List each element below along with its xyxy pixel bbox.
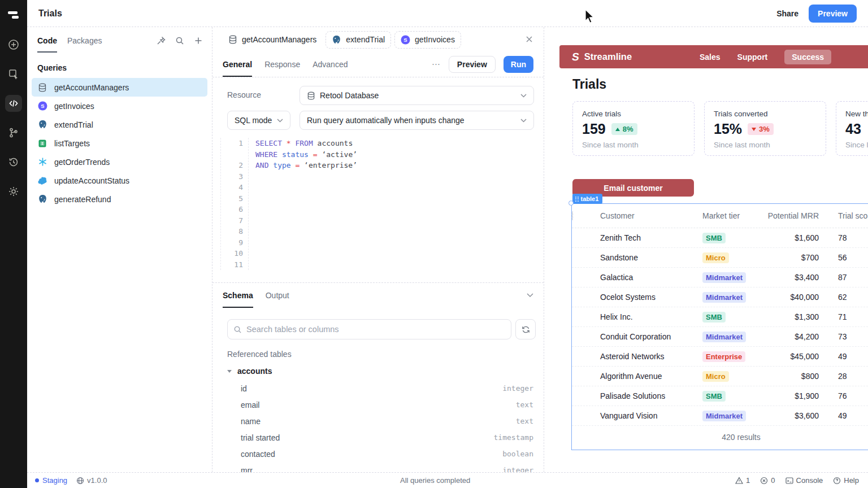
table-row[interactable]: SandstoneMicro$70056 (572, 248, 868, 268)
collapse-chevron-icon[interactable] (527, 293, 533, 298)
retool-logo[interactable] (5, 7, 22, 24)
query-item-updateAccountStatus[interactable]: updateAccountStatus (32, 171, 207, 190)
delta-value: 3% (759, 125, 770, 133)
autorun-value: Run query automatically when inputs chan… (307, 116, 465, 125)
database-icon (228, 35, 237, 44)
chevron-down-icon (277, 119, 283, 123)
tier-badge: Midmarket (702, 272, 746, 283)
query-list: getAccountManagersSgetInvoicesextendTria… (27, 78, 212, 208)
table-header-row: CustomerMarket tierPotential MRRTrial sc… (572, 204, 868, 228)
table-header-cell[interactable]: Customer (599, 211, 702, 220)
error-icon (760, 477, 768, 485)
schema-search[interactable] (227, 319, 511, 339)
console-button[interactable]: Console (785, 476, 823, 485)
table-row[interactable]: Vanguard VisionMidmarket$3,60049 (572, 406, 868, 426)
schema-search-input[interactable] (246, 325, 505, 334)
table-row[interactable]: Asteroid NetworksEnterprise$45,00049 (572, 347, 868, 367)
query-item-getInvoices[interactable]: SgetInvoices (32, 97, 207, 115)
score-cell: 71 (821, 312, 868, 321)
customer-cell: Galactica (599, 273, 702, 282)
table-row[interactable]: Helix Inc.SMB$1,30071 (572, 307, 868, 327)
table-header-cell[interactable]: Potential MRR (766, 211, 821, 220)
nav-item-support[interactable]: Support (737, 53, 768, 62)
table-header-cell[interactable]: Market tier (702, 211, 766, 220)
table-row[interactable]: Palisade SolutionsSMB$1,90076 (572, 386, 868, 406)
add-icon[interactable] (5, 36, 22, 53)
close-icon[interactable] (525, 35, 533, 43)
editor-tab-getAccountManagers[interactable]: getAccountManagers (223, 32, 322, 47)
table-header-cell[interactable]: Trial score (821, 211, 868, 220)
line-number: 5 (221, 193, 243, 204)
editor-tab-extendTrial[interactable]: extendTrial (326, 31, 391, 49)
preview-app-button[interactable]: Preview (809, 5, 857, 23)
env-label: Staging (42, 476, 67, 485)
environment-selector[interactable]: Staging (35, 476, 67, 485)
pin-icon[interactable] (157, 36, 166, 45)
sql-mode-value: SQL mode (235, 116, 272, 125)
code-line: SELECT * FROM accounts (255, 138, 357, 149)
more-options-icon[interactable]: ⋯ (432, 59, 441, 69)
nav-item-sales[interactable]: Sales (700, 53, 721, 62)
version-selector[interactable]: v1.0.0 (76, 476, 107, 485)
customer-cell: Vanguard Vision (599, 411, 702, 420)
score-cell: 49 (821, 352, 868, 361)
trials-table[interactable]: CustomerMarket tierPotential MRRTrial sc… (571, 203, 868, 450)
tab-schema[interactable]: Schema (223, 291, 253, 300)
search-icon[interactable] (175, 36, 184, 45)
plus-icon[interactable] (194, 36, 203, 45)
table-footer: 420 results (572, 426, 868, 448)
postgres-icon (37, 194, 47, 204)
help-button[interactable]: Help (833, 476, 859, 485)
query-item-listTargets[interactable]: listTargets (32, 134, 207, 152)
table-row[interactable]: Conduit CorporationMidmarket$4,20073 (572, 327, 868, 347)
score-cell: 62 (821, 293, 868, 302)
tab-output[interactable]: Output (266, 291, 289, 300)
autorun-select[interactable]: Run query automatically when inputs chan… (300, 111, 534, 130)
tab-code[interactable]: Code (37, 36, 57, 45)
share-button[interactable]: Share (776, 9, 798, 18)
sql-editor[interactable]: 1 234567891011 SELECT * FROM accountsWHE… (212, 138, 544, 270)
app-header-bar: S Streamline SalesSupportSuccess (559, 45, 868, 68)
tab-advanced[interactable]: Advanced (313, 60, 348, 69)
tab-packages[interactable]: Packages (67, 36, 102, 45)
table-row[interactable]: GalacticaMidmarket$3,40087 (572, 268, 868, 287)
query-item-getOrderTrends[interactable]: getOrderTrends (32, 152, 207, 171)
select-tool-icon[interactable] (5, 66, 22, 82)
history-icon[interactable] (5, 154, 22, 171)
schema-table-accounts[interactable]: accounts (227, 367, 272, 376)
tab-general[interactable]: General (223, 60, 252, 69)
errors-indicator[interactable]: 0 (760, 476, 775, 485)
nav-item-success[interactable]: Success (784, 50, 831, 64)
query-item-getAccountManagers[interactable]: getAccountManagers (32, 78, 207, 97)
editor-tab-strip: getAccountManagersextendTrialSgetInvoice… (212, 27, 544, 52)
git-branch-icon[interactable] (5, 124, 22, 141)
env-dot-icon (35, 478, 39, 482)
field-type: integer (502, 466, 533, 472)
refresh-schema-button[interactable] (515, 319, 536, 339)
schema-field-row: mrrinteger (212, 462, 544, 472)
table-row[interactable]: Zenith TechSMB$1,60078 (572, 228, 868, 248)
stat-subtext: Since last month (714, 141, 817, 149)
table-row[interactable]: Algorithm AvenueMicro$80028 (572, 367, 868, 386)
editor-tab-getInvoices[interactable]: SgetInvoices (394, 31, 461, 49)
salesforce-icon (37, 176, 47, 186)
tab-response[interactable]: Response (264, 60, 300, 69)
settings-gear-icon[interactable] (5, 183, 22, 200)
line-number: 10 (221, 248, 243, 259)
code-mode-icon[interactable] (5, 95, 22, 112)
warnings-indicator[interactable]: 1 (735, 476, 750, 485)
query-preview-button[interactable]: Preview (449, 56, 496, 73)
query-item-generateRefund[interactable]: generateRefund (32, 190, 207, 208)
table1-widget-chip[interactable]: table1 (572, 194, 602, 204)
table-row[interactable]: Ocelot SystemsMidmarket$40,00062 (572, 287, 868, 307)
code-line (255, 182, 357, 193)
resource-select[interactable]: Retool Database (300, 86, 534, 105)
tier-cell: SMB (702, 312, 766, 323)
run-button[interactable]: Run (504, 56, 533, 73)
tier-cell: Midmarket (702, 292, 766, 303)
selection-handle[interactable] (568, 201, 574, 206)
sql-mode-select[interactable]: SQL mode (227, 111, 290, 130)
line-number (221, 149, 243, 160)
select-all-checkbox[interactable] (572, 211, 573, 220)
query-item-extendTrial[interactable]: extendTrial (32, 115, 207, 134)
